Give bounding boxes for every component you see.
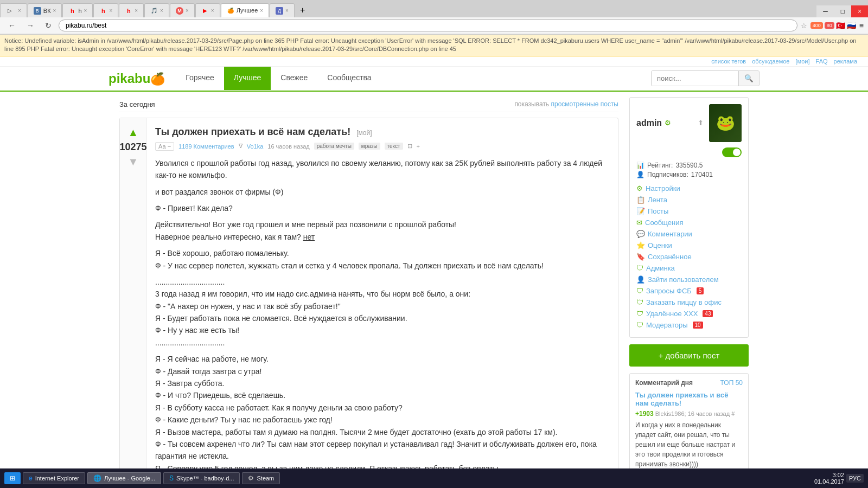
tab-4-close[interactable]: × <box>109 8 112 14</box>
font-size-control[interactable]: Аа − <box>155 142 174 151</box>
tab-4[interactable]: h × <box>93 3 118 17</box>
comment-day-post-title-link[interactable]: Ты должен приехать и всё нам сделать! <box>635 391 743 407</box>
vote-up-button[interactable]: ▲ <box>128 126 139 139</box>
menu-feed[interactable]: 📋 Лента <box>636 194 742 206</box>
menu-moderators[interactable]: 🛡 Модераторы 10 <box>636 319 742 331</box>
menu-posts[interactable]: 📝 Посты <box>636 206 742 217</box>
user-action-icon[interactable]: ⬆ <box>698 119 704 127</box>
taskbar-item-ie[interactable]: e Internet Explorer <box>23 472 85 484</box>
start-button[interactable]: ⊞ <box>4 472 21 484</box>
tab-9-close[interactable]: × <box>260 8 263 14</box>
steam-icon: ⚙ <box>248 474 254 482</box>
address-input[interactable] <box>59 20 797 31</box>
login-as-icon: 👤 <box>636 275 645 284</box>
post-p-1: Уволился с прошлой работы год назад, уво… <box>155 157 610 182</box>
menu-fsb[interactable]: 🛡 Запросы ФСБ 5 <box>636 285 742 297</box>
saved-menu-icon: 🔖 <box>636 253 645 261</box>
tab-6-close[interactable]: × <box>160 8 163 14</box>
top-link-my[interactable]: [мои] <box>796 58 810 65</box>
tab-10-close[interactable]: × <box>285 8 289 14</box>
post-title[interactable]: Ты должен приехать и всё нам сделать! [м… <box>155 126 610 138</box>
top-link-ads[interactable]: реклама <box>834 58 857 65</box>
tab-1-favicon: ▷ <box>6 7 14 15</box>
new-tab-button[interactable]: + <box>295 3 310 17</box>
top-link-discussed[interactable]: обсуждаемое <box>752 58 789 65</box>
top50-link[interactable]: ТОП 50 <box>720 379 743 387</box>
reload-button[interactable]: ↻ <box>41 20 55 31</box>
tab-2[interactable]: В ВК × <box>28 3 62 17</box>
user-settings-icon[interactable]: ⚙ <box>665 119 671 127</box>
plus-icon[interactable]: + <box>417 143 420 150</box>
taskbar-lang[interactable]: РУС <box>846 474 864 483</box>
tab-5-close[interactable]: × <box>135 8 138 14</box>
feed-menu-icon: 📋 <box>636 196 645 204</box>
maximize-button[interactable]: □ <box>834 5 851 17</box>
tab-3[interactable]: h h × <box>62 3 93 17</box>
user-info-left: admin ⚙ ⬆ <box>636 118 704 128</box>
share-icon[interactable]: ⊡ <box>407 143 412 150</box>
comment-day-rating: +1903 <box>635 410 654 418</box>
menu-deleted[interactable]: 🛡 Удалённое XXX 43 <box>636 308 742 319</box>
subscribers-label: Подписчиков: <box>647 171 688 178</box>
nav-communities[interactable]: Сообщества <box>317 67 381 90</box>
tab-7[interactable]: M × <box>170 3 195 17</box>
menu-comments[interactable]: 💬 Комментарии <box>636 228 742 240</box>
username-row: admin ⚙ ⬆ <box>636 118 704 128</box>
close-button[interactable]: × <box>851 5 868 17</box>
menu-settings[interactable]: ⚙ Настройки <box>636 183 742 194</box>
tab-9-active[interactable]: 🍊 Лучшее × <box>221 3 269 17</box>
comments-link[interactable]: 1189 Комментариев <box>178 143 234 150</box>
taskbar-item-steam[interactable]: ⚙ Steam <box>242 472 280 484</box>
rating-label: Рейтинг: <box>647 162 673 169</box>
menu-saved[interactable]: 🔖 Сохранённое <box>636 251 742 262</box>
nav-best[interactable]: Лучшее <box>224 67 271 90</box>
menu-messages[interactable]: ✉ Сообщения <box>636 217 742 228</box>
search-button[interactable]: 🔍 <box>738 71 759 86</box>
tab-8[interactable]: ▶ × <box>195 3 220 17</box>
menu-pizza[interactable]: 🛡 Заказать пиццу в офис <box>636 297 742 308</box>
author-link[interactable]: Vo1ka <box>247 143 264 150</box>
menu-ratings[interactable]: ⭐ Оценки <box>636 240 742 251</box>
nav-fresh[interactable]: Свежее <box>271 67 317 90</box>
taskbar-item-skype[interactable]: S Skype™ - badboy-d... <box>163 472 240 484</box>
minimize-button[interactable]: ─ <box>816 5 834 17</box>
comment-day-author: Blekis1986; 16 часов назад # <box>655 410 735 417</box>
site-logo[interactable]: pikabu🍊 <box>108 67 165 91</box>
settings-icon[interactable]: ≡ <box>859 21 864 30</box>
back-button[interactable]: ← <box>4 20 20 31</box>
tab-3-close[interactable]: × <box>84 8 87 14</box>
tab-6[interactable]: 🎵 × <box>144 3 169 17</box>
moderators-badge: 10 <box>693 322 703 329</box>
site-header: pikabu🍊 Горячее Лучшее Свежее Сообщества… <box>0 67 868 92</box>
taskbar-item-chrome[interactable]: 🌐 Лучшее - Google... <box>87 472 161 484</box>
tab-1-close[interactable]: × <box>18 8 21 14</box>
top-link-tags[interactable]: список тегов <box>711 58 746 65</box>
fsb-icon: 🛡 <box>636 287 643 295</box>
tab-1[interactable]: ▷ × <box>0 3 27 17</box>
skype-icon: S <box>169 474 174 482</box>
add-post-button[interactable]: + добавить пост <box>629 344 749 367</box>
search-input[interactable] <box>652 71 738 86</box>
tab-8-close[interactable]: × <box>211 8 214 14</box>
tab-9-favicon: 🍊 <box>227 7 234 14</box>
tab-5[interactable]: h × <box>119 3 144 17</box>
top-link-faq[interactable]: FAQ <box>816 58 828 65</box>
menu-admin[interactable]: 🛡 Админка <box>636 262 742 274</box>
vote-down-button[interactable]: ▼ <box>128 156 139 168</box>
bookmark-icon[interactable]: ☆ <box>801 22 807 30</box>
tab-2-close[interactable]: × <box>53 8 56 14</box>
menu-login-as[interactable]: 👤 Зайти пользователем <box>636 274 742 285</box>
show-viewed-link[interactable]: просмотренные посты <box>551 100 618 108</box>
tag-work[interactable]: работа мечты <box>314 143 354 150</box>
nav-hot[interactable]: Горячее <box>176 67 224 90</box>
tag-text[interactable]: текст <box>385 143 403 150</box>
tag-jerks[interactable]: мразы <box>359 143 380 150</box>
taskbar-chrome-label: Лучшее - Google... <box>104 475 155 481</box>
tab-10[interactable]: Д × <box>270 3 295 17</box>
toggle-row <box>636 147 742 157</box>
forward-button[interactable]: → <box>23 20 38 31</box>
taskbar-clock: 3:02 01.04.2017 <box>814 472 844 485</box>
tab-7-close[interactable]: × <box>186 8 189 14</box>
vote-count: 10275 <box>119 142 146 153</box>
online-toggle[interactable] <box>722 147 742 157</box>
